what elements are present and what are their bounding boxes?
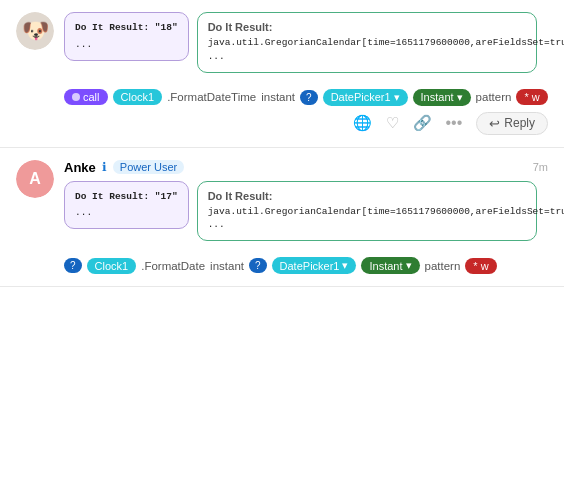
left-bubble-1: Do It Result: "18" ... <box>64 12 189 61</box>
datepicker-pill-1[interactable]: DatePicker1 ▾ <box>323 89 408 106</box>
pattern-label-2: pattern <box>425 260 461 272</box>
left-bubble-label-1: Do It Result: "18" <box>75 21 178 35</box>
post-2-header: A Anke ℹ Power User 7m Do It Result: "17… <box>16 160 548 275</box>
question-pill-1[interactable]: ? <box>300 90 318 105</box>
clock-pill[interactable]: Clock1 <box>113 89 163 105</box>
right-bubble-label-2: Do It Result: <box>208 190 526 202</box>
avatar-img-2: A <box>16 160 54 198</box>
text-before-2: java.util.GregorianCalendar[time=1651179… <box>208 206 564 217</box>
reply-button-1[interactable]: ↩ Reply <box>476 112 548 135</box>
right-bubble-label-1: Do It Result: <box>208 21 526 33</box>
right-bubble-2: Do It Result: java.util.GregorianCalenda… <box>197 181 537 242</box>
method-text-2: .FormatDate <box>141 260 205 272</box>
instant2-pill-2[interactable]: Instant ▾ <box>361 257 419 274</box>
instant-label-1: instant <box>261 91 295 103</box>
avatar-img-1: 🐶 <box>16 12 54 50</box>
method-text: .FormatDateTime <box>167 91 256 103</box>
w-pill-1[interactable]: * w <box>516 89 547 105</box>
post-1: 🐶 Do It Result: "18" ... Do It Result: j… <box>0 0 564 148</box>
avatar-2: A <box>16 160 54 198</box>
instant-label-2: instant <box>210 260 244 272</box>
left-bubble-label-2: Do It Result: "17" <box>75 190 178 204</box>
right-bubble-ellipsis-1: ... <box>208 50 526 64</box>
right-bubble-text-2: java.util.GregorianCalendar[time=1651179… <box>208 205 526 219</box>
post-2: A Anke ℹ Power User 7m Do It Result: "17… <box>0 148 564 288</box>
call-pill[interactable]: call <box>64 89 108 105</box>
toolbar-2: ? Clock1 .FormatDate instant ? DatePicke… <box>64 257 548 274</box>
post-1-header: 🐶 Do It Result: "18" ... Do It Result: j… <box>16 12 548 135</box>
ellipsis-btn-1[interactable]: ••• <box>446 114 463 132</box>
heart-icon-1[interactable]: ♡ <box>386 114 399 132</box>
w-pill-2[interactable]: * w <box>465 258 496 274</box>
instant2-pill-1[interactable]: Instant ▾ <box>413 89 471 106</box>
datepicker-pill-2[interactable]: DatePicker1 ▾ <box>272 257 357 274</box>
post-2-body: Anke ℹ Power User 7m Do It Result: "17" … <box>64 160 548 275</box>
avatar-1: 🐶 <box>16 12 54 50</box>
right-bubble-text-1: java.util.GregorianCalendar[time=1651179… <box>208 36 526 50</box>
verified-icon-2: ℹ <box>102 160 107 174</box>
post-1-body: Do It Result: "18" ... Do It Result: jav… <box>64 12 548 135</box>
timestamp-2: 7m <box>533 161 548 173</box>
clock-pill-2[interactable]: Clock1 <box>87 258 137 274</box>
globe-icon-1[interactable]: 🌐 <box>353 114 372 132</box>
left-bubble-2: Do It Result: "17" ... <box>64 181 189 230</box>
right-bubble-1: Do It Result: java.util.GregorianCalenda… <box>197 12 537 73</box>
username-2: Anke <box>64 160 96 175</box>
power-user-badge-2: Power User <box>113 160 184 174</box>
reply-arrow-icon-1: ↩ <box>489 116 500 131</box>
link-icon-1[interactable]: 🔗 <box>413 114 432 132</box>
question-pill-2a[interactable]: ? <box>64 258 82 273</box>
left-bubble-ellipsis-2: ... <box>75 206 178 220</box>
left-bubble-ellipsis-1: ... <box>75 38 178 52</box>
right-bubble-ellipsis-2: ... <box>208 218 526 232</box>
toolbar-1: call Clock1 .FormatDateTime instant ? Da… <box>64 89 548 106</box>
post-2-meta: Anke ℹ Power User 7m <box>64 160 548 175</box>
content-row-1: Do It Result: "18" ... Do It Result: jav… <box>64 12 548 81</box>
pattern-label-1: pattern <box>476 91 512 103</box>
text-before-1: java.util.GregorianCalendar[time=1651179… <box>208 37 564 48</box>
question-pill-2b[interactable]: ? <box>249 258 267 273</box>
post-1-actions: 🌐 ♡ 🔗 ••• ↩ Reply <box>64 112 548 135</box>
content-row-2: Do It Result: "17" ... Do It Result: jav… <box>64 181 548 250</box>
